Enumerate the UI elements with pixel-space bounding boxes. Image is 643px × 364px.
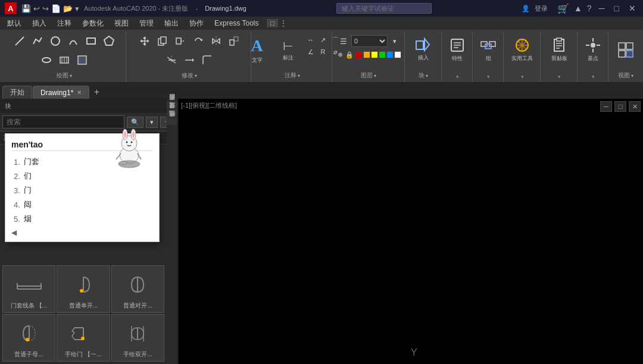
region-btn[interactable] [74, 52, 90, 68]
layer-lock-btn[interactable]: 🔒 [345, 49, 354, 60]
undo-icon[interactable]: ↩ [33, 4, 40, 13]
thumb-item-5[interactable]: 手绘双开... [111, 314, 164, 362]
thumb-label-2: 普通对开... [114, 302, 161, 310]
thumb-item-2[interactable]: 普通对开... [111, 265, 164, 313]
redo-icon[interactable]: ↪ [42, 4, 49, 13]
thumb-img-3 [14, 317, 44, 349]
color-green[interactable] [379, 51, 386, 58]
help-icon[interactable]: ? [587, 4, 592, 13]
menu-default[interactable]: 默认 [2, 17, 26, 30]
tab-drawing1[interactable]: Drawing1* ✕ [33, 86, 89, 99]
shop-icon[interactable]: 🛒 [557, 3, 569, 14]
insert-large-btn[interactable]: 插入 [408, 33, 439, 64]
move-btn[interactable] [136, 33, 153, 49]
polygon-btn[interactable] [101, 33, 117, 49]
layer-freeze-btn[interactable]: ❄ [337, 49, 344, 60]
polyline-btn[interactable] [29, 33, 46, 49]
ribbon-group-annotate: A 文字 ⊢ 标注 ↔ ↗ ⌒ ∠ R ⌀ [252, 32, 332, 82]
marker-large-btn[interactable]: ⊢ 标注 [274, 34, 302, 65]
autocomplete-item-2[interactable]: 3. 门 [11, 183, 153, 197]
side-tab-layer[interactable]: 图层搜索 [167, 101, 177, 108]
view-large-btn[interactable] [613, 33, 638, 66]
tab-new-btn[interactable]: + [90, 86, 103, 99]
color-red[interactable] [355, 51, 363, 58]
scale-btn[interactable] [226, 33, 242, 49]
layer-props-btn[interactable]: ☰ [337, 34, 350, 48]
canvas-bg[interactable] [179, 99, 643, 364]
color-yellow[interactable] [371, 51, 378, 58]
layer-select[interactable]: 0 [351, 35, 388, 47]
utilities-group-label: ▾ [519, 73, 526, 81]
thumb-item-3[interactable]: 普通子母... [2, 314, 55, 362]
layer-dropdown-btn[interactable]: ▾ [389, 36, 401, 46]
hatch-btn[interactable] [56, 52, 73, 68]
copy-btn[interactable] [154, 33, 171, 49]
thumb-item-1[interactable]: 普通单开... [57, 265, 110, 313]
side-tab-other[interactable]: 算他用吧 [167, 118, 177, 125]
color-blue[interactable] [386, 51, 394, 58]
minimize-btn[interactable]: ─ [597, 4, 607, 13]
stretch-btn[interactable] [172, 33, 189, 49]
dim-linear-btn[interactable]: ↔ [305, 34, 317, 45]
viewport-restore-btn[interactable]: □ [614, 101, 626, 112]
viewport-minimize-btn[interactable]: ─ [600, 101, 612, 112]
tab-drawing1-close[interactable]: ✕ [77, 89, 82, 96]
group-large-btn[interactable]: 组 [476, 33, 501, 66]
menu-manage[interactable]: 管理 [135, 17, 158, 30]
menu-parametric[interactable]: 参数化 [77, 17, 108, 30]
maximize-btn[interactable]: □ [612, 4, 622, 13]
meme-svg [105, 123, 153, 170]
dropdown-icon[interactable]: ▾ [75, 4, 79, 13]
autocomplete-item-4[interactable]: 5. 烟 [11, 212, 153, 226]
color-white[interactable] [394, 51, 401, 58]
base-large-btn[interactable]: 基点 [580, 33, 605, 66]
menu-view[interactable]: 视图 [110, 17, 133, 30]
menu-annotate[interactable]: 注释 [52, 17, 76, 30]
fillet-btn[interactable] [199, 52, 216, 68]
text-large-btn[interactable]: A 文字 [243, 34, 271, 65]
bullet-3: 4. [14, 200, 20, 209]
color-orange[interactable] [363, 51, 370, 58]
toolbar-dots-icon[interactable]: ⋮ [279, 18, 288, 28]
title-search-input[interactable] [336, 3, 432, 14]
ellipse-btn[interactable] [38, 52, 55, 68]
menu-output[interactable]: 输出 [160, 17, 183, 30]
rect-btn[interactable] [83, 33, 99, 49]
viewport-close-btn[interactable]: ✕ [629, 101, 641, 112]
properties-large-btn[interactable]: 特性 [445, 33, 470, 66]
bullet-0: 1. [14, 158, 20, 167]
menu-collaborate[interactable]: 协作 [185, 17, 208, 30]
arc-btn[interactable] [65, 33, 82, 49]
line-btn[interactable] [11, 33, 28, 49]
save-icon[interactable]: 💾 [21, 4, 31, 13]
menu-insert[interactable]: 插入 [27, 17, 51, 30]
new-icon[interactable]: 📄 [51, 4, 61, 13]
triangle-icon[interactable]: ▲ [574, 4, 582, 13]
dim-radius-btn[interactable]: R [317, 46, 329, 57]
dim-angle-btn[interactable]: ∠ [305, 46, 317, 57]
thumb-item-4[interactable]: 手绘门 【一... [57, 314, 110, 362]
circle-btn[interactable] [47, 33, 64, 49]
login-label[interactable]: 登录 [535, 4, 548, 13]
color-row [355, 51, 401, 58]
utilities-large-btn[interactable]: 实用工具 [510, 33, 535, 66]
ribbon-group-view: 视图 ▾ [611, 32, 641, 82]
menu-express-tools[interactable]: Express Tools [210, 18, 263, 29]
login-icon: 👤 [522, 5, 530, 12]
trim-btn[interactable] [163, 52, 180, 68]
rotate-btn[interactable] [190, 33, 207, 49]
thumb-img-4 [68, 317, 98, 349]
toolbar-toggle-icon[interactable]: □ [267, 19, 278, 27]
autocomplete-item-3[interactable]: 4. 闼 [11, 197, 153, 212]
thumb-item-0[interactable]: 门套线条 【... [2, 265, 55, 313]
extend-btn[interactable] [181, 52, 198, 68]
open-icon[interactable]: 📂 [63, 4, 73, 13]
autocomplete-item-1[interactable]: 2. 们 [11, 169, 153, 183]
side-tab-recent[interactable]: 最近使用 [167, 109, 177, 117]
tab-start[interactable]: 开始 [2, 86, 32, 99]
canvas-controls: ─ □ ✕ [600, 101, 641, 112]
dim-align-btn[interactable]: ↗ [317, 34, 329, 45]
mirror-btn[interactable] [208, 33, 224, 49]
close-btn[interactable]: ✕ [626, 4, 638, 13]
clipboard-large-btn[interactable]: 剪贴板 [547, 33, 572, 66]
